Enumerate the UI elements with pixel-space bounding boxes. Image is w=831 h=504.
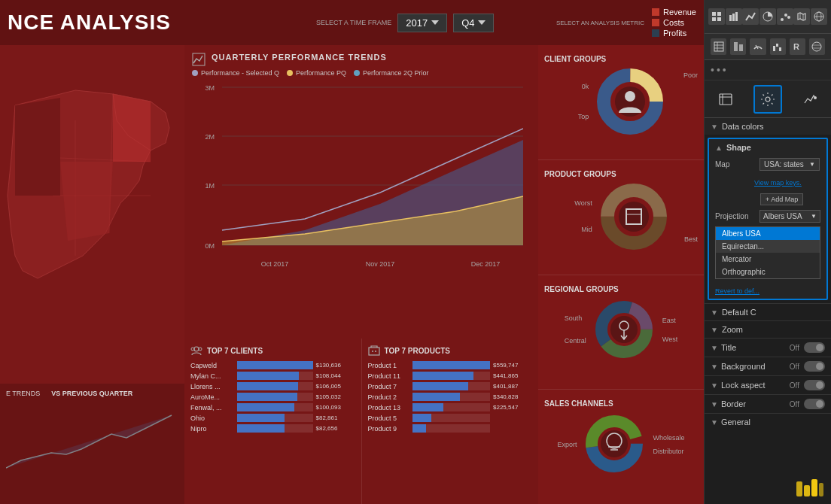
- background-label: Background: [721, 362, 790, 371]
- bar-fill: [412, 361, 491, 369]
- shape-header[interactable]: ▲ Shape: [709, 139, 826, 156]
- bar-fill: [237, 382, 298, 390]
- pg-label-worst: Worst: [574, 199, 592, 207]
- title-toggle[interactable]: [804, 342, 825, 353]
- profits-checkbox: [652, 29, 659, 37]
- power-bi-logo: [795, 478, 825, 500]
- bar-fill: [412, 424, 427, 433]
- svg-text:3M: 3M: [205, 84, 215, 92]
- border-label: Border: [721, 399, 790, 408]
- title-toggle-knob: [816, 344, 823, 351]
- icon-kpi[interactable]: [730, 38, 746, 55]
- svg-rect-75: [720, 94, 732, 105]
- add-map-button[interactable]: + Add Map: [760, 193, 803, 205]
- border-toggle-track: [804, 399, 825, 409]
- svg-point-55: [787, 16, 790, 19]
- view-map-keys-link[interactable]: View map keys.: [754, 179, 802, 187]
- title-toggle-track: [804, 342, 825, 353]
- product-row-1: Product 11 $441,865: [368, 372, 533, 380]
- chart-legend: Performance - Selected Q Performance PQ …: [192, 69, 531, 77]
- svg-rect-70: [779, 47, 781, 51]
- icon-scatter[interactable]: [777, 8, 793, 25]
- top-products-panel: TOP 7 PRODUCTS Product 1 $559,747 Produc…: [362, 339, 539, 504]
- quarterly-title: QUARTERLY PERFORMANCE TRENDS: [212, 53, 387, 62]
- chart-icon: [192, 53, 205, 66]
- lock-aspect-toggle[interactable]: [804, 380, 825, 390]
- map-row: Map USA: states ▼: [709, 156, 826, 173]
- client-row-2: Llorens ... $106,005: [190, 382, 355, 390]
- tab-format[interactable]: [753, 85, 782, 114]
- svg-rect-48: [717, 17, 721, 21]
- default-c-section[interactable]: ▼ Default C: [705, 303, 831, 320]
- icon-table-small[interactable]: [711, 38, 726, 55]
- svg-point-20: [191, 348, 194, 351]
- sparkline-chart: [6, 400, 179, 483]
- icon-grid[interactable]: [708, 8, 725, 25]
- projection-option-mercator[interactable]: Mercator: [716, 253, 820, 266]
- profits-metric: Profits: [652, 29, 696, 38]
- border-toggle[interactable]: [804, 399, 825, 409]
- icon-map[interactable]: [793, 8, 810, 25]
- rg-label-central: Central: [565, 337, 586, 345]
- bar-bg: [412, 424, 491, 433]
- background-toggle-track: [804, 361, 825, 372]
- svg-rect-51: [735, 12, 738, 21]
- revert-link[interactable]: Revert to def...: [715, 287, 759, 295]
- icon-gauge[interactable]: [750, 38, 766, 55]
- projection-select[interactable]: Albers USA ▼: [759, 210, 820, 223]
- icon-r-visual[interactable]: R: [790, 38, 805, 55]
- tab-fields[interactable]: [711, 85, 740, 114]
- svg-text:Oct 2017: Oct 2017: [261, 260, 289, 268]
- cg-label-0k: 0k: [582, 83, 589, 90]
- legend-2q-prior: Performance 2Q Prior: [354, 69, 429, 77]
- products-header: TOP 7 PRODUCTS: [368, 345, 533, 357]
- projection-row: Projection Albers USA ▼: [709, 208, 826, 225]
- bar-bg: [412, 361, 491, 369]
- icon-line-chart[interactable]: [742, 8, 759, 25]
- chevron-down-zoom-icon: ▼: [711, 326, 718, 334]
- svg-rect-49: [729, 15, 732, 21]
- bottom-tables: TOP 7 CLIENTS Capweld $130,636 Mylan C..…: [184, 339, 538, 504]
- svg-rect-45: [712, 12, 716, 16]
- projection-option-equirect[interactable]: Equirectan...: [716, 240, 820, 253]
- dropdown-arrow-icon: ▼: [809, 161, 815, 168]
- svg-rect-83: [819, 483, 823, 496]
- map-select[interactable]: USA: states ▼: [759, 158, 820, 171]
- rg-label-east: East: [662, 317, 677, 324]
- bar-fill: [412, 403, 443, 411]
- data-colors-section[interactable]: ▼ Data colors: [705, 118, 831, 135]
- top-clients-panel: TOP 7 CLIENTS Capweld $130,636 Mylan C..…: [184, 339, 362, 504]
- quarter-dropdown[interactable]: Q4: [453, 14, 494, 32]
- tab-analytics[interactable]: [796, 85, 824, 114]
- bar-bg: [412, 414, 491, 422]
- svg-text:2M: 2M: [205, 133, 215, 141]
- zoom-section[interactable]: ▼ Zoom: [705, 320, 831, 338]
- projection-option-albers[interactable]: Albers USA: [716, 227, 820, 240]
- client-groups-title: CLIENT GROUPS: [544, 55, 606, 63]
- product-row-2: Product 7 $401,887: [368, 382, 533, 390]
- icon-waterfall[interactable]: [770, 38, 786, 55]
- page-title: NCE ANALYSIS: [8, 11, 171, 35]
- legend-pq: Performance PQ: [287, 69, 346, 77]
- general-section[interactable]: ▼ General: [705, 413, 831, 430]
- timeframe-controls: SELECT A TIME FRAME 2017 Q4: [316, 14, 494, 32]
- icon-bar-chart[interactable]: [726, 8, 742, 25]
- bar-fill: [237, 414, 285, 422]
- icon-globe[interactable]: [811, 8, 827, 25]
- map-area[interactable]: [0, 45, 184, 384]
- lock-aspect-toggle-row: ▼ Lock aspect Off: [705, 375, 831, 394]
- icon-pie-chart[interactable]: [759, 8, 776, 25]
- regional-groups-title: REGIONAL GROUPS: [544, 285, 619, 293]
- border-value: Off: [790, 400, 799, 408]
- svg-rect-66: [739, 44, 743, 51]
- sc-label-wholesale: Wholesale: [653, 434, 684, 442]
- svg-point-19: [194, 347, 199, 351]
- projection-option-ortho[interactable]: Orthographic: [716, 266, 820, 278]
- projection-arrow-icon: ▼: [811, 213, 817, 220]
- background-toggle[interactable]: [804, 361, 825, 372]
- svg-point-41: [601, 430, 628, 457]
- year-dropdown[interactable]: 2017: [397, 14, 447, 32]
- icon-world-map[interactable]: [809, 38, 825, 55]
- product-groups-title: PRODUCT GROUPS: [544, 170, 616, 178]
- map-label: Map: [715, 160, 756, 169]
